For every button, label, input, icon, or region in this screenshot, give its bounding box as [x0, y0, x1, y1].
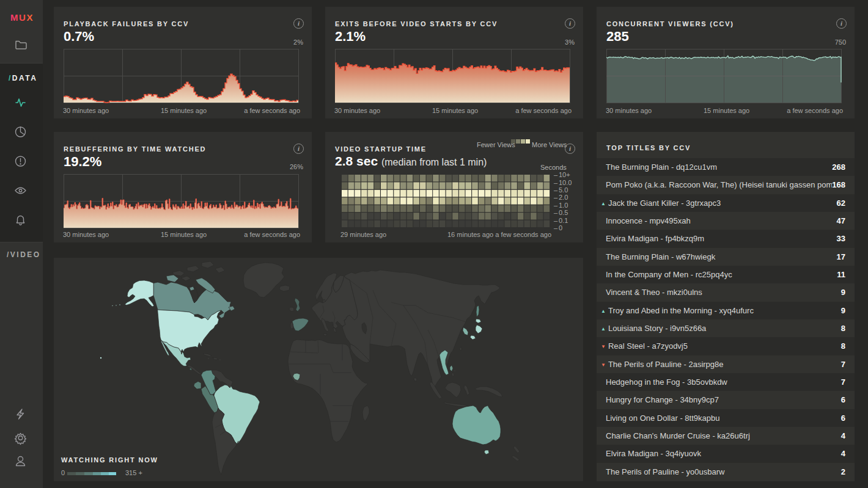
svg-text:MUX: MUX — [10, 12, 34, 23]
svg-text:/DATA: /DATA — [9, 74, 37, 82]
svg-text:/VIDEO: /VIDEO — [7, 250, 41, 259]
